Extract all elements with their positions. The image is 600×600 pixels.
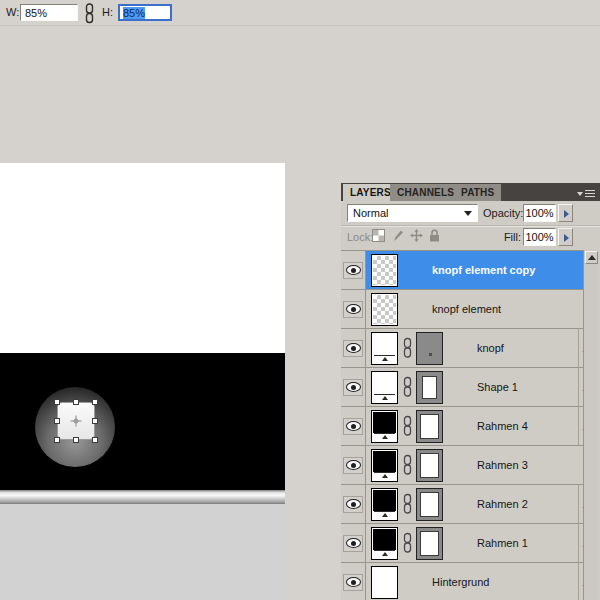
- layer-thumbnail[interactable]: [371, 332, 398, 365]
- layer-name: Rahmen 4: [477, 420, 528, 432]
- layer-thumbnail[interactable]: [371, 488, 398, 521]
- layer-name: knopf element: [432, 303, 501, 315]
- tab-channels[interactable]: CHANNELS: [390, 184, 461, 201]
- eye-icon: [346, 343, 361, 353]
- fill-label: Fill:: [491, 231, 521, 243]
- layer-visibility-toggle[interactable]: [341, 407, 366, 445]
- opacity-slider-button[interactable]: [558, 204, 573, 222]
- transform-handle-ne[interactable]: [92, 399, 98, 405]
- eye-icon: [346, 577, 361, 587]
- link-mask-icon: [402, 454, 413, 480]
- layer-mask-thumbnail[interactable]: [416, 488, 443, 521]
- eye-icon: [346, 382, 361, 392]
- layer-visibility-toggle[interactable]: [341, 251, 366, 289]
- height-label: H:: [102, 6, 113, 18]
- eye-icon: [346, 304, 361, 314]
- layer-visibility-toggle[interactable]: [341, 446, 366, 484]
- layer-visibility-toggle[interactable]: [341, 524, 366, 562]
- layer-list: knopf element copyknopf elementknopffxSh…: [341, 250, 583, 600]
- layer-row[interactable]: knopf element copy: [341, 251, 583, 290]
- layer-row[interactable]: Rahmen 4fx: [341, 407, 583, 446]
- layer-thumbnail[interactable]: [371, 254, 398, 287]
- layer-name: Rahmen 2: [477, 498, 528, 510]
- transform-handle-se[interactable]: [92, 437, 98, 443]
- layer-row[interactable]: Rahmen 1fx: [341, 524, 583, 563]
- eye-icon: [346, 538, 361, 548]
- blend-mode-select[interactable]: Normal: [347, 204, 478, 222]
- layers-panel-controls: Normal Opacity: 100% Lock:: [341, 201, 600, 250]
- layer-thumbnail[interactable]: [371, 371, 398, 404]
- transform-options-bar: W: 85% H: 85%: [0, 0, 600, 26]
- layer-thumbnail[interactable]: [371, 527, 398, 560]
- layer-row[interactable]: Rahmen 2fx: [341, 485, 583, 524]
- layer-thumbnail[interactable]: [371, 410, 398, 443]
- layer-row[interactable]: knopffx: [341, 329, 583, 368]
- layer-row[interactable]: Rahmen 3: [341, 446, 583, 485]
- layer-name: Shape 1: [477, 381, 518, 393]
- layer-row[interactable]: Hintergrundfx: [341, 563, 583, 600]
- document-metal-bar-element: [0, 490, 285, 504]
- transform-handle-w[interactable]: [54, 418, 60, 424]
- layer-visibility-toggle[interactable]: [341, 290, 366, 328]
- free-transform-bounding-box[interactable]: [57, 402, 95, 440]
- chevron-down-icon: [464, 211, 472, 216]
- document-canvas-gray-area[interactable]: [0, 504, 285, 600]
- height-input[interactable]: 85%: [118, 4, 172, 21]
- transform-handle-s[interactable]: [73, 437, 79, 443]
- opacity-input[interactable]: 100%: [523, 204, 556, 222]
- layer-mask-thumbnail[interactable]: [416, 449, 443, 482]
- transform-handle-e[interactable]: [92, 418, 98, 424]
- link-mask-icon: [402, 415, 413, 441]
- eye-icon: [346, 460, 361, 470]
- controls-divider: [341, 225, 600, 226]
- eye-icon: [346, 499, 361, 509]
- transform-handle-nw[interactable]: [54, 399, 60, 405]
- layer-thumbnail[interactable]: [371, 566, 398, 599]
- layer-mask-thumbnail[interactable]: [416, 527, 443, 560]
- layer-list-scrollbar[interactable]: [583, 250, 598, 600]
- lock-paint-icon[interactable]: [391, 228, 404, 246]
- fill-slider-button[interactable]: [558, 228, 573, 246]
- lock-icons-group: [372, 229, 440, 245]
- layer-visibility-toggle[interactable]: [341, 329, 366, 367]
- layer-thumbnail[interactable]: [371, 293, 398, 326]
- layer-name: Rahmen 1: [477, 537, 528, 549]
- transform-handle-n[interactable]: [73, 399, 79, 405]
- layer-row[interactable]: Shape 1fx: [341, 368, 583, 407]
- opacity-label: Opacity:: [483, 207, 523, 219]
- lock-all-icon[interactable]: [429, 228, 440, 246]
- layer-name: Hintergrund: [432, 576, 489, 588]
- eye-icon: [346, 265, 361, 275]
- transform-handle-sw[interactable]: [54, 437, 60, 443]
- panel-tab-bar: LAYERS CHANNELS PATHS: [341, 183, 600, 201]
- width-input[interactable]: 85%: [20, 4, 78, 21]
- layer-visibility-toggle[interactable]: [341, 485, 366, 523]
- layer-name: knopf: [477, 342, 504, 354]
- scroll-up-button[interactable]: [585, 251, 598, 264]
- eye-icon: [346, 421, 361, 431]
- tab-paths[interactable]: PATHS: [454, 184, 501, 201]
- layer-mask-thumbnail[interactable]: [416, 410, 443, 443]
- transform-reference-point-icon[interactable]: [71, 416, 82, 427]
- layers-panel: LAYERS CHANNELS PATHS Normal Opacity: 10…: [341, 183, 600, 600]
- layer-mask-thumbnail[interactable]: [416, 371, 443, 404]
- panel-menu-icon[interactable]: [577, 189, 595, 198]
- width-label: W:: [6, 6, 19, 18]
- link-mask-icon: [402, 337, 413, 363]
- link-dimensions-icon[interactable]: [84, 3, 95, 28]
- layer-row[interactable]: knopf element: [341, 290, 583, 329]
- link-mask-icon: [402, 493, 413, 519]
- layer-visibility-toggle[interactable]: [341, 563, 366, 600]
- lock-label: Lock:: [347, 231, 373, 243]
- fill-input[interactable]: 100%: [523, 228, 556, 246]
- layer-thumbnail[interactable]: [371, 449, 398, 482]
- layer-mask-thumbnail[interactable]: [416, 332, 443, 365]
- lock-move-icon[interactable]: [410, 228, 423, 246]
- link-mask-icon: [402, 376, 413, 402]
- layer-visibility-toggle[interactable]: [341, 368, 366, 406]
- lock-transparency-icon[interactable]: [372, 228, 385, 246]
- document-canvas-white-area[interactable]: [0, 163, 285, 353]
- document-canvas-black-area[interactable]: [0, 353, 285, 490]
- layer-name: Rahmen 3: [477, 459, 528, 471]
- layer-name: knopf element copy: [432, 264, 535, 276]
